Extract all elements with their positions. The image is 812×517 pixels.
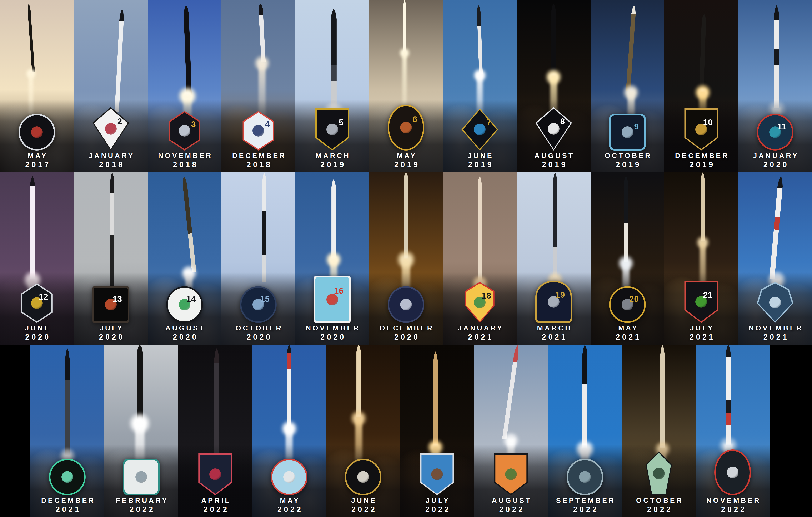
launch-month: AUGUST [474, 496, 548, 505]
caption-band: 9 OCTOBER 2019 [590, 100, 664, 172]
caption-band: 12 JUNE 2020 [0, 272, 74, 345]
mission-patch-icon: 21 [683, 281, 720, 323]
launch-month: FEBRUARY [104, 496, 178, 505]
caption-band: MAY 2022 [252, 445, 326, 517]
mission-emblem-icon [400, 299, 412, 310]
mission-patch-face: 19 [537, 282, 571, 322]
launch-cell-march-2019: 5 MARCH 2019 [295, 0, 369, 172]
launch-date: DECEMBER 2020 [369, 324, 443, 342]
caption-band: 2 JANUARY 2018 [74, 100, 147, 172]
launch-year: 2022 [548, 505, 622, 515]
launch-date: DECEMBER 2018 [222, 151, 295, 170]
rocket-icon [65, 348, 69, 455]
mission-patch-face: 7 [463, 110, 497, 149]
mission-patch-face [272, 460, 306, 494]
caption-band: MAY 2017 [0, 100, 74, 172]
launch-month: NOVEMBER [148, 151, 222, 160]
caption-band: 4 DECEMBER 2018 [222, 100, 295, 172]
flight-number: 6 [413, 115, 417, 124]
caption-band: JUNE 2022 [326, 445, 400, 517]
launch-collage: MAY 2017 2 JANUARY 2018 3 [0, 0, 812, 517]
launch-year: 2020 [0, 332, 74, 342]
launch-month: MARCH [517, 324, 590, 332]
flight-number: 10 [703, 118, 713, 127]
launch-date: JULY 2022 [400, 496, 474, 515]
mission-patch-icon: 13 [92, 286, 129, 323]
rocket-icon [110, 172, 114, 286]
mission-patch-icon: 9 [609, 114, 646, 151]
mission-patch-face: 14 [168, 288, 201, 322]
launch-month: DECEMBER [664, 151, 738, 160]
launch-year: 2021 [517, 332, 590, 342]
collage-row-2020-2021: 12 JUNE 2020 13 JULY 2020 [0, 172, 812, 345]
mission-patch-face: 3 [168, 112, 201, 149]
launch-year: 2022 [622, 505, 696, 515]
launch-month: DECEMBER [30, 496, 104, 505]
launch-date: MAY 2019 [369, 151, 443, 170]
mission-emblem-icon [283, 471, 295, 483]
launch-year: 2020 [295, 332, 369, 342]
launch-cell-january-2018: 2 JANUARY 2018 [74, 0, 147, 172]
mission-patch-face [198, 455, 232, 494]
caption-band: 5 MARCH 2019 [295, 100, 369, 172]
caption-band: 19 MARCH 2021 [517, 272, 590, 345]
rocket-icon [726, 345, 731, 445]
launch-date: APRIL 2022 [178, 496, 252, 515]
launch-year: 2021 [590, 332, 664, 342]
launch-date: NOVEMBER 2018 [148, 151, 222, 170]
launch-month: JUNE [326, 496, 400, 505]
mission-patch-icon [123, 459, 160, 495]
caption-band: 11 JANUARY 2020 [738, 100, 812, 172]
mission-patch-icon [641, 451, 677, 495]
launch-date: NOVEMBER 2022 [696, 496, 770, 515]
launch-year: 2020 [369, 332, 443, 342]
mission-patch-icon: 20 [609, 286, 646, 323]
launch-year: 2018 [74, 160, 147, 170]
launch-date: MAY 2017 [0, 151, 74, 170]
mission-patch-icon [271, 459, 308, 495]
launch-month: NOVEMBER [696, 496, 770, 505]
mission-patch-icon [49, 459, 86, 495]
launch-date: DECEMBER 2021 [30, 496, 104, 515]
mission-patch-face [494, 455, 528, 494]
mission-patch-face: 15 [241, 288, 275, 322]
mission-emblem-icon [136, 471, 147, 483]
mission-patch-face: 8 [537, 109, 571, 149]
launch-date: JUNE 2022 [326, 496, 400, 515]
mission-emblem-icon [253, 125, 264, 137]
flight-number: 16 [334, 286, 344, 296]
launch-month: JULY [664, 324, 738, 332]
launch-cell-november-2020: 16 NOVEMBER 2020 [295, 172, 369, 345]
mission-emblem-icon [579, 471, 591, 483]
launch-date: NOVEMBER 2020 [295, 324, 369, 342]
launch-date: NOVEMBER 2021 [738, 324, 812, 342]
launch-cell-january-2020: 11 JANUARY 2020 [738, 0, 812, 172]
launch-cell-september-2022: SEPTEMBER 2022 [548, 345, 622, 517]
rocket-icon [582, 345, 587, 448]
launch-date: JULY 2021 [664, 324, 738, 342]
launch-date: SEPTEMBER 2022 [548, 496, 622, 515]
rocket-icon [262, 172, 266, 282]
launch-month: APRIL [178, 496, 252, 505]
launch-date: OCTOBER 2020 [222, 324, 295, 342]
launch-cell-may-2021: 20 MAY 2021 [590, 172, 664, 345]
launch-year: 2022 [474, 505, 548, 515]
launch-month: MAY [0, 151, 74, 160]
launch-cell-june-2019: 7 JUNE 2019 [443, 0, 517, 172]
launch-cell-june-2020: 12 JUNE 2020 [0, 172, 74, 345]
mission-patch-face: 16 [315, 277, 349, 322]
launch-date: MAY 2021 [590, 324, 664, 342]
launch-year: 2022 [104, 505, 178, 515]
caption-band: 20 MAY 2021 [590, 272, 664, 345]
mission-emblem-icon [105, 123, 117, 135]
launch-date: FEBRUARY 2022 [104, 496, 178, 515]
launch-date: AUGUST 2019 [517, 151, 590, 170]
launch-year: 2019 [517, 160, 590, 170]
launch-month: JANUARY [74, 151, 147, 160]
mission-patch-face: 9 [611, 115, 644, 149]
mission-emblem-icon [31, 126, 43, 138]
launch-year: 2022 [696, 505, 770, 515]
launch-year: 2021 [30, 505, 104, 515]
launch-year: 2022 [178, 505, 252, 515]
mission-patch-icon [388, 286, 424, 323]
